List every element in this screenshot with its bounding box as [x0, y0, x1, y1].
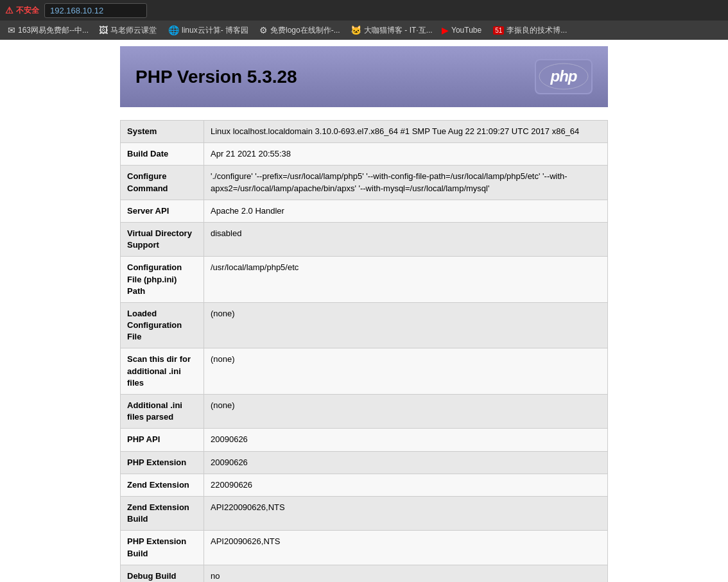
bookmark-label-logo: 免费logo在线制作-... — [270, 25, 340, 36]
table-row: Loaded Configuration File(none) — [121, 302, 608, 348]
row-value: no — [204, 565, 608, 582]
phpinfo-table: SystemLinux localhost.localdomain 3.10.0… — [120, 120, 608, 582]
row-key: Server API — [121, 200, 204, 222]
row-value: Apr 21 2021 20:55:38 — [204, 143, 608, 166]
row-value: (none) — [204, 348, 608, 395]
bookmark-icon-logo: ⚙ — [259, 25, 268, 35]
page-content: PHP Version 5.3.28 php SystemLinux local… — [0, 40, 728, 582]
row-value: (none) — [204, 395, 608, 429]
row-key: Scan this dir for additional .ini files — [121, 348, 204, 395]
row-value: 220090626 — [204, 474, 608, 496]
phpinfo-title: PHP Version 5.3.28 — [135, 67, 297, 87]
row-key: Debug Build — [121, 565, 204, 582]
row-value: './configure' '--prefix=/usr/local/lamp/… — [204, 166, 608, 200]
warning-text: 不安全 — [16, 5, 39, 16]
row-key: PHP API — [121, 429, 204, 451]
address-bar[interactable]: 192.168.10.12 — [44, 3, 147, 18]
bookmark-icon-51: 51 — [493, 26, 504, 35]
bookmark-logo[interactable]: ⚙ 免费logo在线制作-... — [254, 23, 344, 38]
row-key: PHP Extension — [121, 451, 204, 474]
bookmark-youtube[interactable]: ▶ YouTube — [437, 23, 487, 37]
table-row: SystemLinux localhost.localdomain 3.10.0… — [121, 121, 608, 143]
table-row: Zend Extension BuildAPI220090626,NTS — [121, 496, 608, 530]
warning-icon: ⚠ — [5, 5, 13, 15]
row-key: Zend Extension Build — [121, 496, 204, 530]
row-key: Loaded Configuration File — [121, 302, 204, 348]
bookmark-label-youtube: YouTube — [451, 26, 481, 35]
row-key: Zend Extension — [121, 474, 204, 496]
bookmark-51[interactable]: 51 李振良的技术博... — [488, 23, 572, 38]
php-logo: php — [535, 59, 593, 94]
table-row: Server APIApache 2.0 Handler — [121, 200, 608, 222]
bookmark-163[interactable]: ✉ 163网易免费邮--中... — [3, 23, 92, 38]
table-row: PHP API20090626 — [121, 429, 608, 451]
row-value: /usr/local/lamp/php5/etc — [204, 257, 608, 303]
row-key: System — [121, 121, 204, 143]
row-key: Configuration File (php.ini) Path — [121, 257, 204, 303]
table-row: Additional .ini files parsed(none) — [121, 395, 608, 429]
bookmark-label-malao: 马老师云课堂 — [110, 25, 157, 36]
table-row: Zend Extension220090626 — [121, 474, 608, 496]
svg-text:php: php — [550, 67, 577, 85]
row-value: Linux localhost.localdomain 3.10.0-693.e… — [204, 121, 608, 143]
bookmark-linux[interactable]: 🌐 linux云计算- 博客园 — [163, 23, 253, 38]
row-value: disabled — [204, 222, 608, 256]
security-warning: ⚠ 不安全 — [5, 5, 39, 16]
row-key: Additional .ini files parsed — [121, 395, 204, 429]
table-row: Debug Buildno — [121, 565, 608, 582]
table-row: Virtual Directory Supportdisabled — [121, 222, 608, 256]
bookmark-dakamao[interactable]: 🐱 大咖猫博客 - IT·互... — [345, 23, 435, 38]
bookmark-label-51: 李振良的技术博... — [507, 25, 567, 36]
phpinfo-header: PHP Version 5.3.28 php — [120, 46, 608, 107]
row-value: API220090626,NTS — [204, 496, 608, 530]
bookmark-label-dakamao: 大咖猫博客 - IT·互... — [364, 25, 433, 36]
bookmarks-bar: ✉ 163网易免费邮--中... 🖼 马老师云课堂 🌐 linux云计算- 博客… — [0, 21, 728, 40]
row-value: 20090626 — [204, 451, 608, 474]
row-value: API20090626,NTS — [204, 531, 608, 565]
bookmark-icon-163: ✉ — [8, 25, 15, 35]
row-value: (none) — [204, 302, 608, 348]
row-value: 20090626 — [204, 429, 608, 451]
table-row: Configure Command'./configure' '--prefix… — [121, 166, 608, 200]
table-row: PHP Extension BuildAPI20090626,NTS — [121, 531, 608, 565]
bookmark-icon-malao: 🖼 — [99, 25, 108, 35]
bookmark-icon-dakamao: 🐱 — [351, 25, 361, 35]
browser-titlebar: ⚠ 不安全 192.168.10.12 — [0, 0, 728, 21]
bookmark-icon-linux: 🌐 — [168, 25, 179, 35]
bookmark-icon-youtube: ▶ — [442, 25, 449, 35]
row-key: Virtual Directory Support — [121, 222, 204, 256]
row-value: Apache 2.0 Handler — [204, 200, 608, 222]
table-row: Configuration File (php.ini) Path/usr/lo… — [121, 257, 608, 303]
bookmark-label-163: 163网易免费邮--中... — [18, 25, 89, 36]
bookmark-malao[interactable]: 🖼 马老师云课堂 — [94, 23, 162, 38]
row-key: Build Date — [121, 143, 204, 166]
table-row: PHP Extension20090626 — [121, 451, 608, 474]
bookmark-label-linux: linux云计算- 博客园 — [182, 25, 248, 36]
row-key: PHP Extension Build — [121, 531, 204, 565]
table-row: Scan this dir for additional .ini files(… — [121, 348, 608, 395]
table-row: Build DateApr 21 2021 20:55:38 — [121, 143, 608, 166]
row-key: Configure Command — [121, 166, 204, 200]
